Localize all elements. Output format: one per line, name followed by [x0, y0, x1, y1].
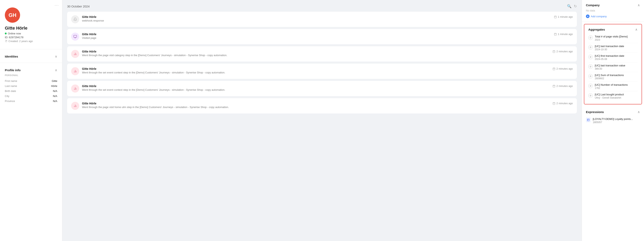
svg-rect-5 — [554, 33, 556, 35]
activity-name: Gitte Hörle — [82, 102, 229, 105]
svg-rect-33 — [553, 102, 555, 104]
svg-rect-26 — [553, 85, 555, 87]
aggregate-icon: ② — [588, 35, 593, 40]
activity-time: 2 minutes ago — [552, 85, 573, 88]
aggregate-content: Total # of page visits [Demo] 2023 — [595, 35, 628, 41]
company-no-data: No data — [586, 9, 640, 12]
company-section: Company ∧ No data + Add company — [582, 0, 644, 22]
activity-list: Gitte Hörle webhook.response 1 minute ag… — [67, 12, 577, 113]
aggregate-value: 2024-05-08 — [595, 58, 624, 61]
field-value: Hörle — [51, 85, 57, 88]
activity-left: Gitte Hörle Went through the page visit … — [71, 102, 229, 110]
profile-info-title: Profile info — [5, 68, 20, 72]
aggregate-icon: ② — [588, 84, 593, 88]
activity-time: 1 minute ago — [554, 15, 573, 18]
field-label: First name — [5, 80, 21, 83]
search-icon[interactable]: 🔍 — [567, 4, 572, 9]
created-date: ⏱ Created: 2 years ago — [5, 40, 33, 43]
add-company-button[interactable]: + Add company — [586, 15, 640, 18]
expressions-header: Expressions ∧ — [586, 110, 640, 114]
more-options-icon[interactable]: ··· — [55, 3, 59, 8]
activity-time: 2 minutes ago — [552, 50, 573, 53]
profile-field: First name Gitte — [5, 78, 57, 84]
personal-label: PERSONAL — [5, 74, 57, 76]
profile-field: Last name Hörle — [5, 84, 57, 89]
aggregate-value: 389.00 — [595, 67, 625, 70]
activity-icon-wrap — [71, 102, 79, 110]
activity-time: 1 minute ago — [554, 33, 573, 36]
main-content: 30 October 2024 🔍 ↻ Gitte Hörle webhook.… — [62, 0, 582, 241]
activity-card: Gitte Hörle Went through the page visit … — [67, 98, 577, 113]
aggregate-value: 2609602 — [595, 77, 624, 80]
aggregate-item: ② [UC] first transaction date 2024-05-08 — [588, 53, 638, 62]
activity-left: Gitte Hörle Went through the page visit … — [71, 50, 227, 58]
aggregate-item: ② Total # of page visits [Demo] 2023 — [588, 33, 638, 43]
clock-icon: ⏱ — [5, 40, 8, 43]
online-status: Online now — [5, 32, 21, 35]
activity-icon-wrap — [71, 15, 79, 23]
aggregates-list: ② Total # of page visits [Demo] 2023 ② [… — [588, 33, 638, 101]
activity-content: Gitte Hörle Went through the set event c… — [82, 85, 225, 91]
aggregate-item: ② [UC] Last bought product Ultvy - Genel… — [588, 91, 638, 101]
aggregate-content: [UC] last transaction date 2024-10-30 — [595, 45, 624, 51]
activity-card: Gitte Hörle Visited page 1 minute ago — [67, 29, 577, 44]
user-name: Gitte Hörle — [5, 26, 27, 31]
activity-left: Gitte Hörle Visited page — [71, 33, 96, 41]
company-chevron-icon: ∧ — [638, 3, 640, 7]
aggregate-icon: ② — [588, 45, 593, 50]
profile-field: Province N/A — [5, 99, 57, 104]
svg-rect-0 — [554, 16, 556, 18]
aggregates-title: Aggregates — [588, 28, 605, 31]
activity-content: Gitte Hörle Went through the page visit … — [82, 102, 229, 109]
company-title: Company — [586, 4, 600, 7]
profile-field: City N/A — [5, 94, 57, 99]
aggregate-label: [UC] Number of transactions — [595, 83, 628, 86]
profile-info-header[interactable]: Profile info ∧ — [5, 65, 57, 74]
chevron-up-icon: ∧ — [55, 68, 57, 72]
activity-time-text: 2 minutes ago — [556, 50, 573, 53]
left-sidebar: ··· GH Gitte Hörle Online now ID: 629729… — [0, 0, 62, 241]
field-value: Gitte — [52, 80, 57, 83]
right-sidebar: Company ∧ No data + Add company Aggregat… — [582, 0, 644, 241]
activity-card: Gitte Hörle Went through the set event c… — [67, 81, 577, 96]
activity-description: webhook.response — [82, 19, 104, 22]
activity-description: Went through the set event context step … — [82, 71, 225, 74]
aggregate-content: [UC] Sum of transactions 2609602 — [595, 74, 624, 80]
activity-description: Went through the page visit category ste… — [82, 54, 227, 57]
aggregate-label: [UC] Sum of transactions — [595, 74, 624, 77]
svg-rect-12 — [553, 51, 555, 53]
activity-time-text: 1 minute ago — [558, 15, 573, 18]
activity-name: Gitte Hörle — [82, 15, 104, 19]
aggregates-header: Aggregates ∧ — [588, 28, 638, 31]
aggregate-label: [UC] last transaction date — [595, 45, 624, 48]
activity-time-text: 1 minute ago — [558, 33, 573, 36]
activity-content: Gitte Hörle webhook.response — [82, 15, 104, 22]
identities-section: Identities ∨ — [0, 52, 62, 60]
activity-name: Gitte Hörle — [82, 33, 96, 36]
activity-left: Gitte Hörle Went through the set event c… — [71, 67, 225, 75]
activity-time-text: 2 minutes ago — [556, 85, 573, 88]
field-label: Birth date — [5, 90, 21, 93]
activity-time: 2 minutes ago — [552, 67, 573, 70]
refresh-icon[interactable]: ↻ — [574, 4, 577, 9]
field-label: City — [5, 95, 21, 98]
aggregate-value: 1762 — [595, 87, 628, 90]
activity-time-text: 2 minutes ago — [556, 102, 573, 105]
identities-title: Identities — [5, 55, 18, 58]
field-value: N/A — [53, 100, 57, 103]
identities-header[interactable]: Identities ∨ — [5, 52, 57, 60]
online-dot-icon — [5, 33, 7, 34]
aggregate-label: [UC] Last bought product — [595, 93, 624, 96]
activity-name: Gitte Hörle — [82, 85, 225, 88]
profile-fields: First name Gitte Last name Hörle Birth d… — [5, 78, 57, 104]
aggregate-item: ② [UC] last transaction date 2024-10-30 — [588, 43, 638, 53]
aggregate-item: ② [UC] Sum of transactions 2609602 — [588, 72, 638, 82]
activity-card: Gitte Hörle webhook.response 1 minute ag… — [67, 12, 577, 27]
activity-description: Went through the set event context step … — [82, 88, 225, 91]
field-label: Province — [5, 100, 21, 103]
avatar: GH — [5, 8, 20, 23]
sidebar-header: ··· — [0, 0, 62, 8]
expressions-title: Expressions — [586, 110, 604, 114]
expressions-list: [LOYALTY-DEMO] Loyalty points... 1805057 — [586, 116, 640, 125]
aggregate-content: [UC] last transaction value 389.00 — [595, 64, 625, 70]
